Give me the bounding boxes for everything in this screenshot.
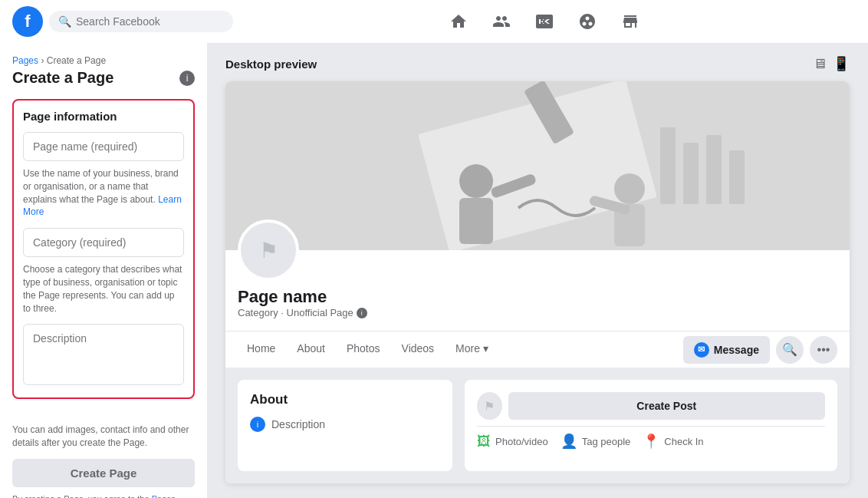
preview-header: Desktop preview 🖥 📱 [225, 55, 850, 72]
page-information-title: Page information [23, 110, 184, 123]
profile-section: ⚑ Page name Category · Unofficial Page i [225, 219, 850, 331]
friends-nav-icon[interactable] [483, 3, 520, 40]
page-info: Page name Category · Unofficial Page i [238, 287, 837, 318]
page-navigation: Home About Photos Videos More ▾ ✉ Messag… [225, 331, 850, 368]
page-name-input[interactable] [23, 132, 184, 161]
description-icon: i [250, 417, 265, 432]
page-nav-actions: ✉ Message 🔍 ••• [683, 336, 837, 364]
tab-home[interactable]: Home [238, 331, 284, 368]
check-in-icon: 📍 [643, 433, 659, 450]
create-post-avatar: ⚑ [477, 392, 502, 420]
page-title-info-icon[interactable]: i [179, 71, 195, 86]
message-button[interactable]: ✉ Message [683, 336, 770, 364]
tab-videos[interactable]: Videos [393, 331, 444, 368]
more-options-button[interactable]: ••• [810, 336, 837, 364]
page-tabs: Home About Photos Videos More ▾ [238, 331, 498, 368]
svg-point-6 [459, 164, 493, 198]
breadcrumb-pages-link[interactable]: Pages [12, 55, 38, 66]
category-input[interactable] [23, 228, 184, 257]
tab-photos[interactable]: Photos [337, 331, 390, 368]
search-page-button[interactable]: 🔍 [776, 336, 804, 364]
svg-rect-3 [706, 135, 722, 204]
pages-policy-link[interactable]: Pages [152, 494, 176, 498]
create-post-row: ⚑ Create Post [477, 392, 825, 420]
photo-video-icon: 🖼 [477, 434, 491, 450]
create-post-button[interactable]: Create Post [508, 392, 825, 420]
tab-more[interactable]: More ▾ [446, 331, 498, 368]
home-nav-icon[interactable] [440, 3, 477, 40]
sidebar-bottom: You can add images, contact info and oth… [12, 411, 195, 498]
avatar-flag-icon: ⚑ [259, 238, 278, 263]
nav-icons-group [233, 3, 856, 40]
breadcrumb: Pages › Pages › Create a Page Create a P… [12, 55, 195, 66]
page-category: Category · Unofficial Page i [238, 307, 837, 318]
marketplace-nav-icon[interactable] [612, 3, 649, 40]
preview-toggle-icons: 🖥 📱 [813, 55, 850, 72]
preview-label: Desktop preview [225, 58, 317, 71]
avatar: ⚑ [238, 219, 299, 281]
facebook-logo[interactable]: f [12, 6, 43, 37]
category-helper: Choose a category that describes what ty… [23, 263, 184, 315]
page-name-display: Page name [238, 287, 837, 307]
page-name-helper: Use the name of your business, brand or … [23, 167, 184, 219]
create-page-button[interactable]: Create Page [12, 459, 195, 487]
description-input[interactable] [23, 324, 184, 385]
mobile-preview-icon[interactable]: 📱 [833, 55, 850, 72]
tag-people-icon: 👤 [561, 433, 577, 450]
svg-rect-2 [683, 143, 699, 204]
check-in-action[interactable]: 📍 Check In [643, 433, 703, 450]
groups-nav-icon[interactable] [569, 3, 606, 40]
desktop-preview-icon[interactable]: 🖥 [813, 55, 827, 72]
about-card: About i Description [238, 380, 452, 471]
post-actions: 🖼 Photo/video 👤 Tag people 📍 Check In [477, 426, 825, 450]
tag-people-action[interactable]: 👤 Tag people [561, 433, 631, 450]
category-info-icon[interactable]: i [357, 308, 367, 318]
search-input[interactable] [76, 15, 224, 28]
search-icon: 🔍 [58, 15, 71, 28]
page-preview: ⚑ Page name Category · Unofficial Page i… [225, 81, 850, 483]
page-title-section: Create a Page i [12, 69, 195, 87]
photo-video-action[interactable]: 🖼 Photo/video [477, 433, 548, 450]
right-preview-area: Desktop preview 🖥 📱 [207, 43, 868, 498]
more-chevron-icon: ▾ [483, 342, 488, 355]
search-bar[interactable]: 🔍 [49, 11, 233, 32]
left-sidebar: Pages › Pages › Create a Page Create a P… [0, 43, 207, 498]
svg-point-9 [614, 173, 645, 204]
right-card: ⚑ Create Post 🖼 Photo/video 👤 Tag people [465, 380, 837, 471]
page-title: Create a Page [12, 69, 113, 87]
svg-rect-1 [660, 127, 676, 204]
about-card-title: About [250, 392, 440, 407]
main-content: Pages › Pages › Create a Page Create a P… [0, 43, 868, 498]
page-information-section: Page information Use the name of your bu… [12, 99, 195, 399]
svg-rect-4 [729, 150, 745, 204]
tab-about[interactable]: About [288, 331, 334, 368]
page-content: About i Description ⚑ Create Post [225, 368, 850, 483]
video-nav-icon[interactable] [526, 3, 563, 40]
terms-text: By creating a Page, you agree to the Pag… [12, 493, 195, 498]
bottom-helper-text: You can add images, contact info and oth… [12, 424, 195, 450]
messenger-icon: ✉ [694, 342, 709, 358]
create-post-area: ⚑ Create Post 🖼 Photo/video 👤 Tag people [477, 392, 825, 450]
description-text: Description [271, 418, 325, 430]
description-row: i Description [250, 417, 440, 432]
top-navigation: f 🔍 [0, 0, 868, 43]
